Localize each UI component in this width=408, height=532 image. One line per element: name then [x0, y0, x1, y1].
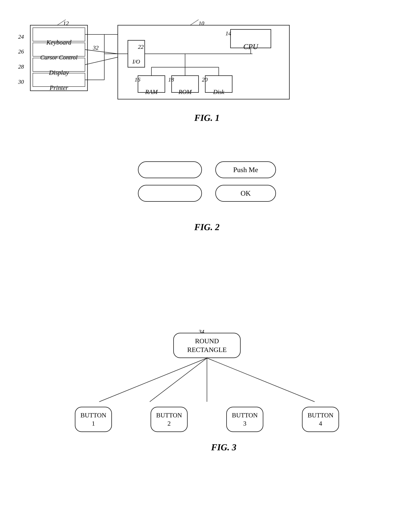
- fig3-section: 34 ROUNDRECTANGLE BUTTON1 BUTTON2 BUTTON…: [13, 319, 400, 452]
- ram-label: RAM: [138, 83, 165, 100]
- svg-line-13: [85, 57, 118, 65]
- ref-30: 30: [18, 79, 24, 85]
- fig3-button-4[interactable]: BUTTON4: [302, 407, 339, 432]
- button-row: BUTTON1 BUTTON2 BUTTON3 BUTTON4: [56, 407, 358, 432]
- fig2-empty-button-2[interactable]: [138, 185, 202, 202]
- fig3-button-1[interactable]: BUTTON1: [75, 407, 112, 432]
- svg-line-25: [190, 20, 198, 25]
- fig3-button-3[interactable]: BUTTON3: [226, 407, 263, 432]
- ref-26: 26: [18, 49, 24, 55]
- ref-24: 24: [18, 34, 24, 40]
- fig2-section: Push Me OK FIG. 2: [13, 151, 400, 232]
- ok-button[interactable]: OK: [215, 185, 276, 202]
- fig3-caption: FIG. 3: [47, 442, 400, 452]
- fig3-button-2[interactable]: BUTTON2: [151, 407, 187, 432]
- cpu-label: CPU: [230, 37, 271, 56]
- svg-line-12: [85, 49, 118, 54]
- fig1-section: 12 10 24 26 28 30 32 22 14 16 18 20 Keyb…: [13, 10, 400, 123]
- display-label: Display: [33, 66, 85, 79]
- printer-label: Printer: [33, 81, 85, 94]
- svg-line-29: [207, 358, 315, 402]
- fig2-left-col: [138, 161, 202, 202]
- ref-14: 14: [225, 30, 231, 37]
- ref-18: 18: [168, 76, 174, 83]
- fig2-buttons-area: Push Me OK: [13, 151, 400, 212]
- fig2-right-col: Push Me OK: [215, 161, 276, 202]
- svg-line-27: [150, 358, 207, 402]
- fig2-empty-button-1[interactable]: [138, 161, 202, 178]
- cursor-control-label: Cursor Control: [33, 51, 85, 64]
- io-label: I/O: [128, 48, 145, 75]
- push-me-button[interactable]: Push Me: [215, 161, 276, 178]
- button3-label: BUTTON3: [232, 411, 258, 428]
- ref-28: 28: [18, 64, 24, 70]
- ref-20: 20: [202, 76, 208, 83]
- button4-label: BUTTON4: [307, 411, 333, 428]
- ref-10: 10: [198, 20, 204, 26]
- svg-line-26: [99, 358, 207, 402]
- keyboard-label: Keyboard: [33, 36, 85, 49]
- button2-label: BUTTON2: [156, 411, 182, 428]
- fig2-caption: FIG. 2: [13, 222, 400, 232]
- round-rectangle[interactable]: ROUNDRECTANGLE: [173, 333, 241, 358]
- round-rectangle-label: ROUNDRECTANGLE: [187, 337, 227, 354]
- ref-32: 32: [93, 45, 99, 51]
- fig1-caption: FIG. 1: [13, 113, 400, 123]
- ref-12: 12: [63, 20, 69, 26]
- fig3-diagram: 34 ROUNDRECTANGLE BUTTON1 BUTTON2 BUTTON…: [56, 319, 358, 437]
- button1-label: BUTTON1: [80, 411, 106, 428]
- disk-label: Disk: [205, 83, 232, 100]
- ref-16: 16: [135, 76, 140, 83]
- rom-label: ROM: [172, 83, 198, 100]
